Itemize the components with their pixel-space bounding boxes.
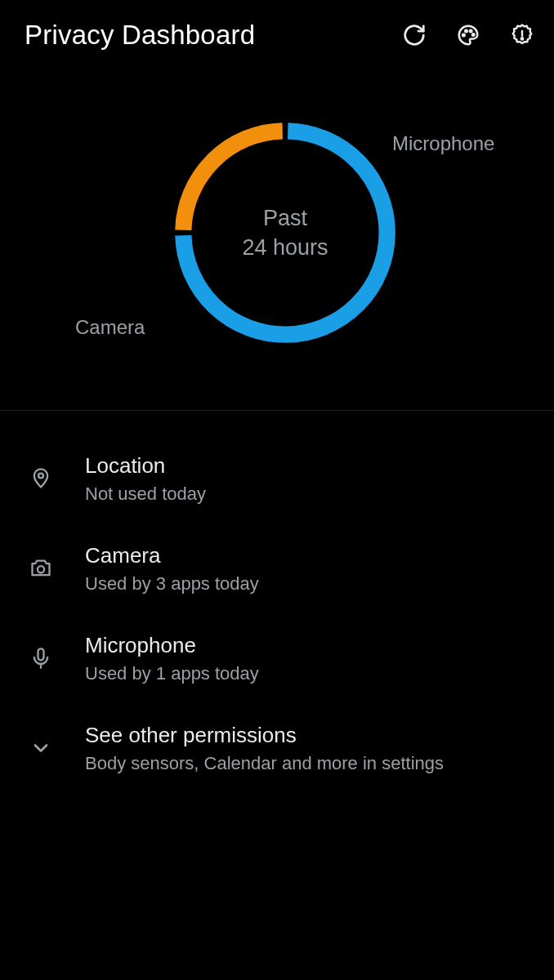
- row-microphone-texts: Microphone Used by 1 apps today: [85, 633, 259, 684]
- camera-icon: [25, 557, 57, 580]
- svg-point-6: [38, 474, 43, 479]
- row-see-other[interactable]: See other permissions Body sensors, Cale…: [0, 703, 554, 793]
- row-see-other-subtitle: Body sensors, Calendar and more in setti…: [85, 753, 444, 774]
- svg-point-2: [470, 30, 472, 33]
- donut-label-microphone: Microphone: [392, 132, 494, 155]
- row-camera-texts: Camera Used by 3 apps today: [85, 543, 259, 595]
- row-see-other-texts: See other permissions Body sensors, Cale…: [85, 723, 444, 774]
- donut-label-camera: Camera: [75, 316, 145, 339]
- header-actions: [402, 23, 534, 47]
- svg-point-7: [38, 566, 44, 572]
- row-microphone-title: Microphone: [85, 633, 259, 658]
- row-camera[interactable]: Camera Used by 3 apps today: [0, 523, 554, 613]
- row-microphone[interactable]: Microphone Used by 1 apps today: [0, 613, 554, 703]
- row-see-other-title: See other permissions: [85, 723, 444, 748]
- header: Privacy Dashboard: [0, 0, 554, 67]
- row-location-texts: Location Not used today: [85, 453, 206, 505]
- row-location-subtitle: Not used today: [85, 483, 206, 505]
- donut-center-label: Past 24 hours: [242, 203, 328, 263]
- svg-rect-8: [38, 648, 44, 660]
- svg-point-1: [465, 30, 467, 33]
- donut-ring: Past 24 hours: [167, 114, 404, 351]
- svg-point-5: [521, 38, 523, 39]
- permissions-list: Location Not used today Camera Used by 3…: [0, 411, 554, 793]
- location-icon: [25, 467, 57, 490]
- row-camera-subtitle: Used by 3 apps today: [85, 573, 259, 595]
- svg-point-0: [462, 34, 465, 37]
- refresh-icon[interactable]: [402, 23, 427, 47]
- microphone-icon: [25, 647, 57, 670]
- usage-donut-chart: Past 24 hours Microphone Camera: [0, 67, 554, 410]
- row-location[interactable]: Location Not used today: [0, 434, 554, 523]
- row-microphone-subtitle: Used by 1 apps today: [85, 663, 259, 684]
- row-location-title: Location: [85, 453, 206, 479]
- row-camera-title: Camera: [85, 543, 259, 568]
- donut-center-line2: 24 hours: [242, 233, 328, 262]
- svg-point-3: [472, 33, 475, 36]
- donut-center-line1: Past: [242, 203, 328, 233]
- page-title: Privacy Dashboard: [25, 20, 394, 51]
- chevron-down-icon: [25, 737, 57, 760]
- alert-badge-icon[interactable]: [510, 23, 534, 47]
- palette-icon[interactable]: [456, 23, 480, 47]
